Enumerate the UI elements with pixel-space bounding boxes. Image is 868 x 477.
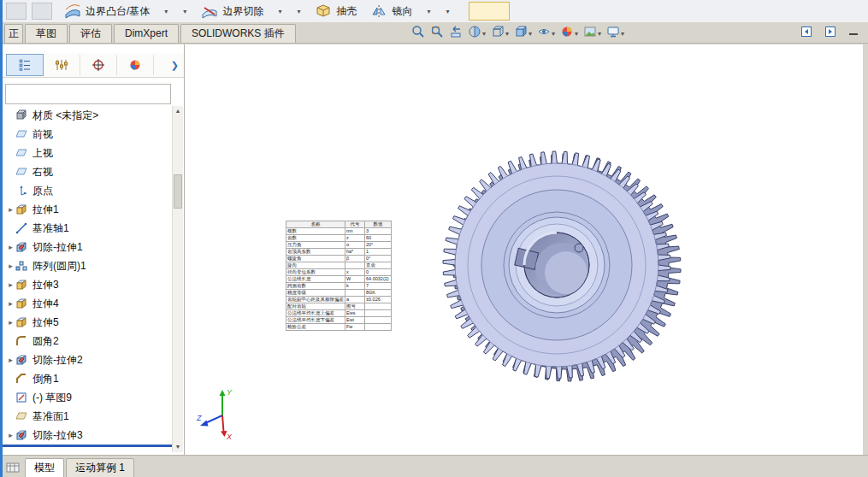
- tree-item[interactable]: ▸拉伸3: [3, 275, 172, 294]
- boundary-boss-button[interactable]: 边界凸台/基体: [64, 3, 150, 20]
- scroll-thumb[interactable]: [174, 174, 182, 209]
- tree-item[interactable]: 圆角2: [3, 332, 172, 350]
- expand-arrow-icon[interactable]: ▸: [6, 280, 15, 289]
- apply-scene-button[interactable]: ▾: [583, 25, 601, 42]
- table-cell: 0: [365, 269, 392, 276]
- tab-features[interactable]: 正: [4, 24, 23, 43]
- table-row: 螺旋角β0°: [286, 256, 392, 262]
- tree-item[interactable]: 上视: [3, 144, 172, 162]
- panel-expand-chevron-icon[interactable]: ❯: [171, 60, 179, 71]
- propertymanager-tab[interactable]: [44, 55, 80, 75]
- scroll-up-arrow-icon[interactable]: ▲: [173, 106, 183, 116]
- minimize-icon[interactable]: [849, 33, 858, 35]
- shell-button[interactable]: 抽壳: [315, 3, 357, 20]
- dropdown-caret-icon[interactable]: ▾: [598, 30, 601, 38]
- expand-arrow-icon[interactable]: ▸: [6, 205, 15, 214]
- dimxpertmanager-tab[interactable]: [80, 55, 117, 75]
- tab-model[interactable]: 模型: [25, 458, 64, 477]
- dropdown-caret-icon[interactable]: ▾: [482, 30, 486, 38]
- hide-show-items-button[interactable]: ▾: [537, 25, 555, 42]
- view-orientation-button[interactable]: ▾: [491, 25, 509, 42]
- dropdown-caret-icon[interactable]: ▾: [528, 30, 532, 38]
- cut-icon: [15, 241, 29, 253]
- dropdown-caret-icon[interactable]: ▾: [183, 8, 186, 15]
- tree-scrollbar[interactable]: ▲ ▼: [172, 106, 183, 452]
- tree-item[interactable]: ▸切除-拉伸2: [3, 350, 172, 369]
- tree-item[interactable]: 前视: [3, 125, 172, 144]
- tree-item[interactable]: ▸切除-拉伸3: [3, 426, 172, 445]
- tree-item[interactable]: 原点: [3, 181, 172, 200]
- clipped-toolbar-button[interactable]: [6, 3, 27, 20]
- expand-arrow-icon[interactable]: ▸: [6, 356, 15, 364]
- scroll-down-arrow-icon[interactable]: ▼: [173, 442, 183, 452]
- tree-item[interactable]: 基准面1: [3, 407, 172, 426]
- previous-view-button[interactable]: [449, 25, 463, 42]
- table-cell: mn: [345, 228, 365, 235]
- apply-scene-icon: [583, 25, 597, 42]
- view-settings-button[interactable]: ▾: [606, 25, 624, 42]
- motionmanager-toggle-icon[interactable]: [6, 461, 20, 474]
- dropdown-caret-icon[interactable]: ▾: [297, 8, 300, 15]
- window-left-edge: [0, 0, 3, 477]
- table-header-row: 名称代号数值: [286, 221, 392, 228]
- table-cell: 直齿: [365, 262, 392, 269]
- tab-dimxpert[interactable]: DimXpert: [114, 24, 179, 43]
- dropdown-caret-icon[interactable]: ▾: [552, 30, 555, 38]
- table-header-cell: 代号: [345, 221, 365, 228]
- expand-arrow-icon[interactable]: ▸: [6, 299, 15, 308]
- featuremanager-tab[interactable]: [6, 54, 44, 76]
- boundary-cut-button[interactable]: 边界切除: [201, 3, 263, 20]
- graphics-area[interactable]: 名称代号数值模数mn3齿数z60压力角α20°齿顶高系数ha*1螺旋角β0°旋向…: [185, 44, 863, 456]
- dropdown-caret-icon[interactable]: ▾: [278, 8, 281, 15]
- edit-appearance-button[interactable]: ▾: [560, 25, 578, 42]
- tab-solidworks-addins[interactable]: SOLIDWORKS 插件: [180, 24, 296, 43]
- dropdown-caret-icon[interactable]: ▾: [505, 30, 509, 38]
- display-style-button[interactable]: ▾: [514, 25, 532, 42]
- edit-appearance-icon: [560, 25, 574, 42]
- table-cell: 齿数: [286, 235, 345, 242]
- table-cell: [365, 310, 392, 317]
- tab-motion-study-1[interactable]: 运动算例 1: [66, 458, 134, 477]
- tab-sketch[interactable]: 草图: [25, 24, 68, 43]
- dropdown-caret-icon[interactable]: ▾: [621, 30, 624, 38]
- dropdown-caret-icon[interactable]: ▾: [446, 8, 449, 15]
- tree-item[interactable]: ▸拉伸4: [3, 294, 172, 313]
- tab-evaluate[interactable]: 评估: [69, 24, 112, 43]
- table-cell: [365, 303, 392, 310]
- table-cell: β: [345, 256, 365, 262]
- expand-arrow-icon[interactable]: ▸: [6, 431, 15, 439]
- section-view-button[interactable]: ▾: [468, 25, 486, 42]
- displaymanager-tab[interactable]: [117, 55, 154, 75]
- tree-item-label: 切除-拉伸3: [32, 428, 83, 443]
- active-tool-button[interactable]: [469, 2, 510, 21]
- mirror-button[interactable]: 镜向: [370, 3, 412, 20]
- zoom-area-button[interactable]: [430, 25, 444, 42]
- tree-item[interactable]: ▸拉伸5: [3, 313, 172, 332]
- table-cell: 8GK: [365, 290, 392, 297]
- rollback-bar[interactable]: [3, 445, 173, 447]
- pane-left-icon[interactable]: [801, 26, 812, 37]
- tree-item[interactable]: 右视: [3, 162, 172, 181]
- tree-item[interactable]: ▸切除-拉伸1: [3, 238, 172, 256]
- dropdown-caret-icon[interactable]: ▾: [427, 8, 430, 15]
- orientation-triad: Y Z X: [195, 385, 250, 441]
- pane-right-icon[interactable]: [825, 26, 836, 37]
- tree-item[interactable]: 材质 <未指定>: [3, 106, 172, 125]
- tree-item-label: 拉伸5: [32, 315, 59, 330]
- feature-tree: 材质 <未指定>前视上视右视原点▸拉伸1基准轴1▸切除-拉伸1▸阵列(圆周)1▸…: [3, 106, 172, 445]
- tree-item[interactable]: ▸拉伸1: [3, 200, 172, 219]
- table-cell: 旋向: [286, 262, 345, 269]
- expand-arrow-icon[interactable]: ▸: [6, 262, 15, 270]
- tree-item[interactable]: 倒角1: [3, 369, 172, 388]
- zoom-to-fit-button[interactable]: [411, 25, 425, 42]
- dropdown-caret-icon[interactable]: ▾: [164, 8, 168, 15]
- axis-icon: [15, 222, 29, 234]
- tree-item[interactable]: 基准轴1: [3, 219, 172, 238]
- expand-arrow-icon[interactable]: ▸: [6, 243, 15, 251]
- tree-item[interactable]: (-) 草图9: [3, 388, 172, 407]
- dropdown-caret-icon[interactable]: ▾: [575, 30, 578, 38]
- tree-item-label: 右视: [32, 165, 53, 180]
- tree-item[interactable]: ▸阵列(圆周)1: [3, 256, 172, 275]
- clipped-toolbar-button[interactable]: [32, 3, 52, 20]
- expand-arrow-icon[interactable]: ▸: [6, 318, 15, 327]
